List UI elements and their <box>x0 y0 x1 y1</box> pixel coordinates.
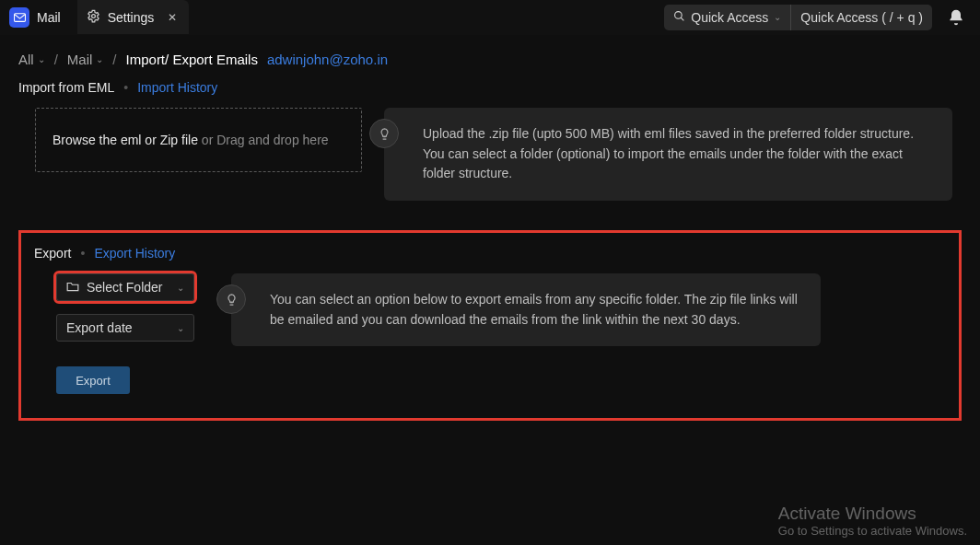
export-button[interactable]: Export <box>56 366 130 394</box>
quick-shortcut-label: Quick Access ( / + q ) <box>800 10 923 25</box>
chevron-down-icon: ⌄ <box>177 323 184 333</box>
export-title: Export <box>34 246 71 261</box>
notification-bell-icon[interactable] <box>947 8 965 27</box>
chevron-down-icon: ⌄ <box>96 54 103 64</box>
folder-icon <box>66 280 79 295</box>
select-folder-dropdown[interactable]: Select Folder ⌄ <box>56 273 194 301</box>
crumb-separator: / <box>112 52 116 67</box>
gear-icon <box>87 9 100 26</box>
svg-line-3 <box>681 17 683 20</box>
import-section-header: Import from EML • Import History <box>18 80 962 95</box>
export-date-label: Export date <box>66 320 133 335</box>
export-section-highlight: Export • Export History Select Folder ⌄ <box>18 230 962 421</box>
import-tip-text: Upload the .zip file (upto 500 MB) with … <box>423 126 914 180</box>
lightbulb-icon <box>369 119 399 148</box>
watermark-line2: Go to Settings to activate Windows. <box>778 524 967 538</box>
quick-access-label: Quick Access <box>691 10 768 25</box>
import-dropzone[interactable]: Browse the eml or Zip file or Drag and d… <box>35 108 362 172</box>
close-icon[interactable]: ✕ <box>165 10 180 25</box>
crumb-current: Import/ Export Emails <box>126 52 258 67</box>
svg-point-1 <box>91 14 95 17</box>
watermark-line1: Activate Windows <box>778 504 967 524</box>
svg-point-2 <box>675 11 682 18</box>
crumb-mail[interactable]: Mail ⌄ <box>67 52 104 67</box>
export-date-dropdown[interactable]: Export date ⌄ <box>56 314 194 342</box>
tab-bar: Mail Settings ✕ Quick Access ⌄ Quick Acc… <box>0 0 980 35</box>
chevron-down-icon: ⌄ <box>177 283 184 293</box>
crumb-separator: / <box>54 52 58 67</box>
mail-icon <box>9 7 29 28</box>
tab-mail-label: Mail <box>37 10 61 25</box>
tab-mail[interactable]: Mail <box>0 0 77 34</box>
crumb-email[interactable]: adwinjohn@zoho.in <box>267 52 388 67</box>
export-tip: You can select an option below to export… <box>231 273 821 346</box>
quick-access-group: Quick Access ⌄ Quick Access ( / + q ) <box>664 5 932 30</box>
export-history-link[interactable]: Export History <box>94 246 175 261</box>
quick-access-shortcut[interactable]: Quick Access ( / + q ) <box>791 10 932 25</box>
dropzone-secondary: or Drag and drop here <box>198 133 329 147</box>
lightbulb-icon <box>216 284 246 314</box>
quick-access-dropdown[interactable]: Quick Access ⌄ <box>664 5 791 30</box>
search-icon <box>673 10 685 25</box>
dropzone-primary: Browse the eml or Zip file <box>52 133 198 147</box>
windows-activation-watermark: Activate Windows Go to Settings to activ… <box>778 504 967 538</box>
tab-settings-label: Settings <box>108 10 155 25</box>
crumb-all[interactable]: All ⌄ <box>18 52 45 67</box>
import-tip: Upload the .zip file (upto 500 MB) with … <box>384 108 952 201</box>
breadcrumb: All ⌄ / Mail ⌄ / Import/ Export Emails a… <box>0 35 980 80</box>
chevron-down-icon: ⌄ <box>38 54 45 64</box>
chevron-down-icon: ⌄ <box>774 12 781 22</box>
export-tip-text: You can select an option below to export… <box>270 292 798 327</box>
import-title: Import from EML <box>18 80 114 95</box>
select-folder-label: Select Folder <box>87 280 162 295</box>
export-section-header: Export • Export History <box>34 246 946 261</box>
tab-settings[interactable]: Settings ✕ <box>77 0 190 34</box>
svg-rect-0 <box>14 13 25 21</box>
import-history-link[interactable]: Import History <box>137 80 217 95</box>
